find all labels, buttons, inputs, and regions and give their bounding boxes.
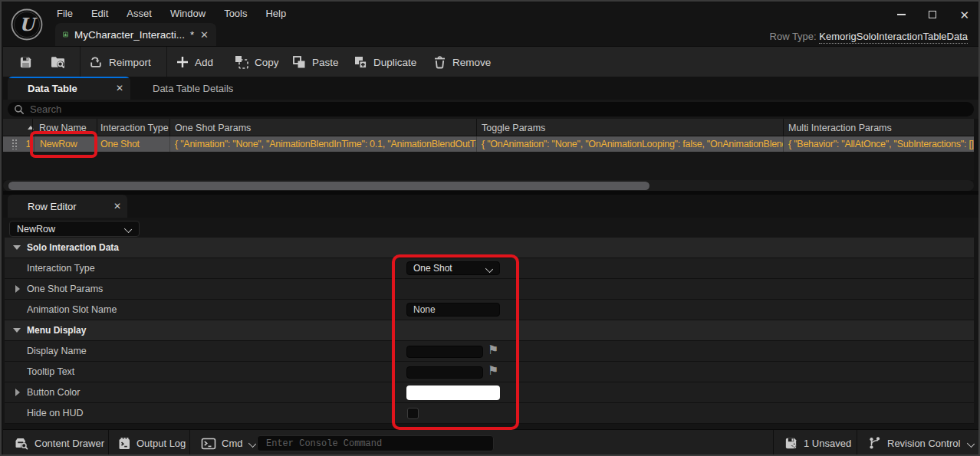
reimport-button[interactable]: Reimport	[88, 47, 151, 77]
reimport-label: Reimport	[109, 57, 151, 68]
property-label: Display Name	[27, 341, 87, 361]
trash-icon	[432, 54, 447, 70]
content-drawer-label: Content Drawer	[35, 438, 104, 449]
hide-on-hud-checkbox[interactable]	[407, 408, 419, 419]
revision-control-icon	[867, 436, 882, 451]
console-icon	[201, 437, 216, 451]
property-label: One Shot Params	[27, 279, 103, 299]
horizontal-scrollbar[interactable]	[3, 180, 974, 191]
minimize-icon[interactable]	[897, 14, 906, 15]
duplicate-label: Duplicate	[373, 57, 416, 68]
search-input[interactable]: Search	[8, 102, 974, 116]
save-unsaved-icon	[784, 436, 798, 451]
statusbar-separator	[189, 430, 190, 456]
toolbar-separator	[80, 47, 81, 77]
cmd-label: Cmd	[222, 438, 242, 449]
save-icon	[18, 55, 33, 70]
column-header-interaction-type[interactable]: Interaction Type	[97, 119, 169, 136]
status-bar: Content Drawer Output Log Cmd Ent	[3, 429, 980, 456]
chevron-down-icon	[125, 225, 132, 232]
horizontal-scrollbar-thumb[interactable]	[8, 182, 649, 190]
browse-to-asset-button[interactable]	[50, 47, 67, 77]
copy-button[interactable]: Copy	[234, 47, 279, 77]
menu-bar: File Edit Asset Window Tools Help	[48, 3, 295, 24]
row-editor-panel: Row Editor ✕ NewRow Solo Interaction Dat…	[3, 195, 980, 429]
cell-toggle-params[interactable]: { "OnAnimation": "None", "OnAnimationLoo…	[476, 136, 783, 152]
row-selector-dropdown[interactable]: NewRow	[9, 221, 140, 237]
unreal-engine-icon: U	[9, 7, 44, 42]
paste-label: Paste	[312, 57, 339, 68]
localization-flag-icon[interactable]: ⚑	[488, 343, 498, 357]
cell-multi-interaction-params[interactable]: { "Behavior": "AllAtOnce", "SubInteracti…	[783, 136, 974, 152]
expander-expanded-icon[interactable]	[13, 328, 21, 333]
menu-tools[interactable]: Tools	[215, 3, 256, 24]
row-type: Row Type: KemorigSoloInteractionTableDat…	[770, 31, 968, 42]
revision-control-button[interactable]: Revision Control	[867, 430, 975, 456]
title-bar: U File Edit Asset Window Tools Help MyCh…	[3, 3, 980, 46]
row-drag-handle-icon[interactable]	[12, 139, 18, 149]
menu-file[interactable]: File	[48, 3, 82, 24]
close-icon[interactable]: ✕	[959, 9, 969, 21]
statusbar-separator	[773, 430, 774, 456]
button-color-swatch[interactable]	[406, 385, 500, 400]
property-row-button-color: Button Color	[5, 382, 974, 403]
row-type-value-link[interactable]: KemorigSoloInteractionTableData	[819, 31, 968, 44]
interaction-type-dropdown[interactable]: One Shot	[406, 261, 500, 275]
content-drawer-icon	[14, 436, 29, 451]
table-row-selected[interactable]: 1 NewRow One Shot { "Animation": "None",…	[3, 136, 974, 152]
tab-data-table[interactable]: Data Table ✕	[8, 77, 130, 100]
search-placeholder: Search	[30, 103, 61, 115]
output-log-button[interactable]: Output Log	[117, 430, 186, 456]
paste-button[interactable]: Paste	[291, 47, 339, 77]
category-solo-interaction-data[interactable]: Solo Interaction Data	[5, 238, 974, 258]
asset-tab-title: MyCharacter_Interacti...	[74, 29, 185, 41]
tab-data-table-close-icon[interactable]: ✕	[116, 83, 123, 93]
add-label: Add	[195, 57, 213, 68]
asset-tab-close-icon[interactable]: ✕	[200, 29, 209, 41]
copy-icon	[234, 54, 249, 70]
menu-asset[interactable]: Asset	[117, 3, 161, 24]
unsaved-button[interactable]: 1 Unsaved	[784, 430, 851, 456]
cell-row-name[interactable]: NewRow	[34, 136, 97, 152]
column-header-row-name[interactable]: Row Name	[32, 119, 97, 136]
property-label: Button Color	[27, 382, 80, 402]
expander-expanded-icon[interactable]	[13, 245, 21, 250]
cell-one-shot-params[interactable]: { "Animation": "None", "AnimationBlendIn…	[169, 136, 476, 152]
column-header-one-shot-params[interactable]: One Shot Params	[169, 119, 476, 136]
search-icon	[14, 104, 25, 115]
add-button[interactable]: Add	[176, 47, 213, 77]
category-menu-display[interactable]: Menu Display	[5, 320, 974, 341]
output-log-icon	[117, 436, 131, 451]
cmd-button[interactable]: Cmd	[201, 430, 256, 456]
duplicate-button[interactable]: Duplicate	[353, 47, 416, 77]
console-command-input[interactable]: Enter Console Command	[257, 435, 494, 451]
expander-collapsed-icon[interactable]	[15, 389, 20, 396]
property-row-one-shot-params: One Shot Params	[5, 279, 974, 300]
menu-edit[interactable]: Edit	[82, 3, 117, 24]
content-drawer-button[interactable]: Content Drawer	[14, 430, 104, 456]
remove-button[interactable]: Remove	[432, 47, 491, 77]
animation-slot-name-input[interactable]: None	[406, 303, 500, 317]
localization-flag-icon[interactable]: ⚑	[488, 363, 498, 378]
menu-help[interactable]: Help	[256, 3, 295, 24]
interaction-type-value: One Shot	[413, 263, 486, 274]
tab-row-editor-close-icon[interactable]: ✕	[113, 201, 121, 212]
column-header-toggle-params[interactable]: Toggle Params	[476, 119, 783, 136]
maximize-icon[interactable]	[929, 11, 936, 18]
duplicate-icon	[353, 54, 368, 70]
display-name-input[interactable]	[406, 346, 483, 358]
tab-data-table-details[interactable]: Data Table Details	[140, 77, 246, 100]
expander-collapsed-icon[interactable]	[15, 285, 20, 293]
column-header-multi-interaction-params[interactable]: Multi Interaction Params	[783, 119, 974, 136]
property-row-display-name: Display Name ⚑	[5, 341, 974, 362]
reimport-icon	[88, 54, 104, 70]
menu-window[interactable]: Window	[161, 3, 215, 24]
row-type-label: Row Type:	[770, 31, 817, 42]
cell-interaction-type[interactable]: One Shot	[97, 136, 169, 152]
tooltip-text-input[interactable]	[406, 366, 483, 379]
tab-row-editor[interactable]: Row Editor ✕	[8, 195, 127, 218]
save-button[interactable]	[18, 47, 33, 77]
plus-icon	[176, 55, 189, 69]
asset-tab-dirty-marker: *	[190, 29, 194, 41]
asset-tab[interactable]: MyCharacter_Interacti... * ✕	[55, 23, 216, 46]
